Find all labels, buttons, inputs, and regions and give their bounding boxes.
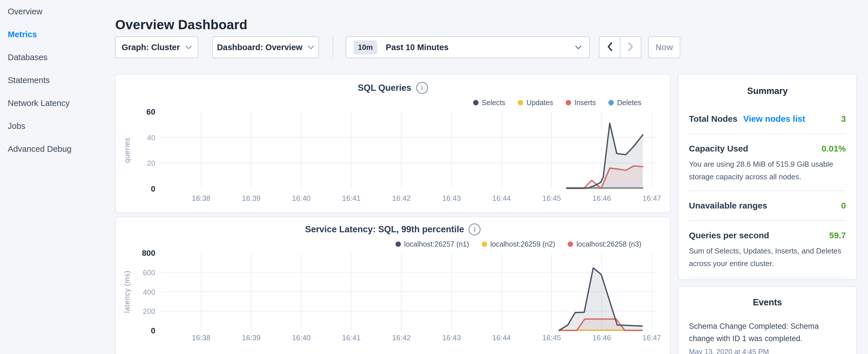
service-latency-card: Service Latency: SQL, 99th percentile i … [115,217,671,354]
chevron-down-icon [308,45,314,50]
y-tick-label: 20 [147,159,155,167]
summary-row-unavailable-ranges: Unavailable ranges 0 [689,201,846,211]
x-tick-label: 16:47 [643,333,661,342]
x-tick-label: 16:41 [342,333,361,342]
sidebar-item-advanced-debug[interactable]: Advanced Debug [0,137,115,160]
series-area-selects [567,123,643,189]
sidebar-item-overview[interactable]: Overview [0,0,115,23]
x-tick-label: 16:43 [442,333,461,342]
x-tick-label: 16:44 [492,194,511,202]
x-tick-label: 16:38 [192,333,210,342]
next-timespan-button[interactable] [620,37,641,58]
unavailable-ranges-label: Unavailable ranges [689,201,767,211]
chevron-down-icon [185,45,192,50]
chevron-right-icon [627,42,634,53]
divider [689,190,846,191]
total-nodes-value: 3 [841,114,846,124]
x-tick-label: 16:41 [342,194,361,202]
y-tick-label: 0 [151,185,155,193]
divider [689,220,846,221]
capacity-used-subtext: You are using 28.6 MiB of 515.9 GiB usab… [689,158,846,183]
series-area-localhost-26257-n1 [559,268,642,331]
toolbar-divider [333,36,333,58]
event-item[interactable]: Schema Change Completed: Schema change w… [689,320,846,345]
unavailable-ranges-value: 0 [841,201,846,211]
x-tick-label: 16:45 [542,194,561,202]
y-tick-label: 200 [143,307,155,316]
queries-per-second-value: 59.7 [829,231,846,240]
y-axis-title: latency (ms) [123,270,131,313]
sidebar-item-network-latency[interactable]: Network Latency [0,92,115,115]
x-tick-label: 16:46 [592,194,611,202]
dashboard-dropdown-label: Dashboard: Overview [217,43,302,52]
x-tick-label: 16:40 [292,333,311,342]
x-tick-label: 16:38 [192,194,210,202]
y-tick-label: 800 [142,249,155,257]
x-tick-label: 16:42 [392,333,411,342]
events-panel: Events Schema Change Completed: Schema c… [678,286,857,354]
previous-timespan-button[interactable] [599,37,620,58]
chevron-left-icon [607,42,613,53]
time-range-label: Past 10 Minutes [386,43,448,52]
y-tick-label: 400 [143,288,155,296]
toolbar: Graph: Cluster Dashboard: Overview 10m P… [0,36,868,58]
service-latency-chart[interactable]: 16:3816:3916:4016:4116:4216:4316:4416:45… [116,217,671,354]
y-axis-title: queries [123,137,131,163]
y-tick-label: 600 [143,268,155,277]
view-nodes-list-link[interactable]: View nodes list [743,114,805,124]
x-tick-label: 16:45 [542,333,561,342]
queries-per-second-label: Queries per second [689,231,769,240]
x-tick-label: 16:42 [392,194,411,202]
capacity-used-value: 0.01% [822,144,846,154]
x-tick-label: 16:44 [492,333,511,342]
dashboard-dropdown[interactable]: Dashboard: Overview [212,36,319,58]
divider [689,278,846,278]
x-tick-label: 16:47 [643,194,661,202]
y-tick-label: 60 [147,107,155,116]
time-step-buttons [599,36,641,58]
summary-row-capacity-used: Capacity Used 0.01% [689,144,846,154]
events-title: Events [689,297,846,308]
divider [689,133,846,134]
time-range-badge: 10m [353,40,377,55]
time-range-dropdown[interactable]: 10m Past 10 Minutes [346,36,590,58]
page-title: Overview Dashboard [115,17,247,32]
now-button[interactable]: Now [648,36,680,58]
summary-row-queries-per-second: Queries per second 59.7 [689,231,846,240]
chevron-down-icon [575,45,582,50]
sidebar-item-jobs[interactable]: Jobs [0,115,115,137]
summary-panel: Summary Total Nodes View nodes list 3 Ca… [678,74,857,280]
summary-row-total-nodes: Total Nodes View nodes list 3 [689,114,846,124]
y-tick-label: 0 [151,326,155,335]
sql-queries-card: SQL Queries i SelectsUpdatesInsertsDelet… [115,74,671,213]
x-tick-label: 16:43 [442,194,461,202]
graph-dropdown[interactable]: Graph: Cluster [115,36,198,58]
graph-dropdown-label: Graph: Cluster [122,43,180,52]
queries-per-second-subtext: Sum of Selects, Updates, Inserts, and De… [689,245,846,270]
x-tick-label: 16:40 [292,194,311,202]
total-nodes-label: Total Nodes [689,114,737,124]
capacity-used-label: Capacity Used [689,144,748,154]
sql-queries-chart[interactable]: 16:3816:3916:4016:4116:4216:4316:4416:45… [116,74,671,214]
x-tick-label: 16:46 [592,333,611,342]
x-tick-label: 16:39 [242,333,260,342]
sidebar-item-statements[interactable]: Statements [0,69,115,92]
summary-title: Summary [689,86,846,96]
y-tick-label: 40 [147,133,155,142]
event-date: May 13, 2020 at 4:45 PM [689,348,846,354]
x-tick-label: 16:39 [242,194,260,202]
